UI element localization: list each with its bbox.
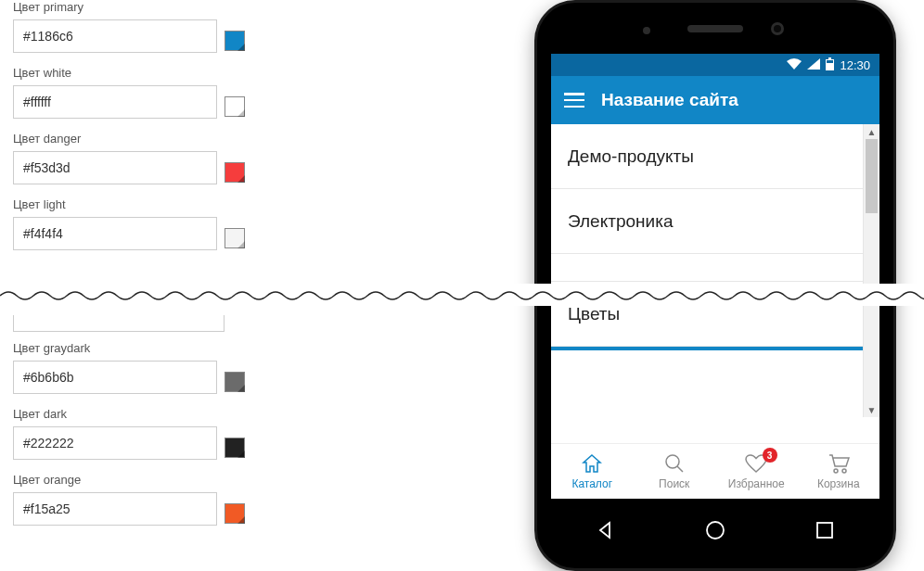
app-title: Название сайта	[601, 90, 738, 110]
color-swatch-primary[interactable]	[225, 31, 245, 51]
color-swatch-orange[interactable]	[225, 503, 245, 524]
android-statusbar: 12:30	[551, 54, 879, 76]
loading-bar	[551, 347, 879, 350]
tab-label: Корзина	[817, 477, 860, 490]
color-input-white[interactable]	[13, 85, 217, 119]
color-swatch-dark[interactable]	[225, 438, 245, 458]
tab-label: Избранное	[728, 477, 785, 490]
color-swatch-light[interactable]	[225, 228, 245, 248]
nav-back-icon[interactable]	[578, 512, 634, 549]
svg-point-7	[707, 522, 724, 539]
color-settings-panel-bottom: Цвет graydark Цвет dark Цвет orange	[13, 315, 301, 539]
phone-camera	[771, 22, 784, 35]
svg-point-3	[666, 455, 679, 468]
catalog-item[interactable]: Электроника	[551, 189, 879, 254]
color-field-orange: Цвет orange	[13, 473, 301, 526]
svg-rect-8	[817, 523, 832, 538]
phone-earpiece	[687, 25, 743, 32]
svg-point-5	[834, 469, 838, 473]
bottom-tabbar: Каталог Поиск 3 Избранное Корзина	[551, 443, 879, 499]
color-field-dark: Цвет dark	[13, 407, 301, 460]
hamburger-icon[interactable]	[564, 93, 584, 108]
color-input-danger[interactable]	[13, 151, 217, 184]
tab-search[interactable]: Поиск	[634, 444, 716, 499]
tab-label: Поиск	[659, 477, 689, 490]
color-swatch-danger[interactable]	[225, 162, 245, 183]
scrollbar[interactable]: ▲ ▼	[863, 124, 879, 417]
tab-catalog[interactable]: Каталог	[551, 444, 634, 499]
svg-rect-1	[828, 57, 831, 59]
color-label: Цвет graydark	[13, 341, 301, 355]
tab-cart[interactable]: Корзина	[798, 444, 880, 499]
color-label: Цвет white	[13, 66, 301, 80]
color-field-primary: Цвет primary	[13, 0, 301, 53]
color-field-graydark: Цвет graydark	[13, 341, 301, 394]
tab-favorites[interactable]: 3 Избранное	[715, 444, 798, 499]
home-icon	[582, 453, 602, 474]
color-label: Цвет danger	[13, 132, 301, 146]
color-label: Цвет orange	[13, 473, 301, 487]
catalog-gap	[551, 254, 879, 282]
color-label: Цвет primary	[13, 0, 301, 14]
wavy-cut-line	[0, 289, 924, 302]
signal-icon	[807, 58, 820, 72]
battery-icon	[826, 57, 834, 73]
scroll-down-icon[interactable]: ▼	[864, 402, 879, 417]
svg-rect-2	[827, 60, 833, 63]
search-icon	[664, 453, 685, 474]
color-label: Цвет dark	[13, 407, 301, 421]
color-input-primary[interactable]	[13, 19, 217, 53]
svg-point-6	[842, 469, 846, 473]
favorites-badge: 3	[763, 448, 777, 463]
color-label: Цвет light	[13, 197, 301, 211]
phone-screen: 12:30 Название сайта Демо-продукты Элект…	[551, 54, 879, 499]
wifi-icon	[787, 58, 802, 72]
nav-home-icon[interactable]	[687, 512, 743, 549]
color-field-white: Цвет white	[13, 66, 301, 119]
color-swatch-graydark[interactable]	[225, 372, 245, 392]
svg-line-4	[677, 466, 683, 472]
color-field-danger: Цвет danger	[13, 132, 301, 184]
cart-icon	[828, 453, 850, 474]
color-input-light[interactable]	[13, 217, 217, 250]
color-field-light: Цвет light	[13, 197, 301, 250]
nav-recent-icon[interactable]	[797, 512, 853, 549]
color-swatch-white[interactable]	[225, 96, 245, 117]
app-header: Название сайта	[551, 76, 879, 124]
catalog-list: Демо-продукты Электроника Цветы ▲ ▼	[551, 124, 879, 417]
tab-label: Каталог	[571, 477, 612, 490]
android-navbar	[551, 508, 879, 552]
truncated-field-stub	[13, 315, 225, 332]
catalog-item[interactable]: Демо-продукты	[551, 124, 879, 189]
color-input-dark[interactable]	[13, 426, 217, 460]
color-input-orange[interactable]	[13, 492, 217, 526]
scroll-up-icon[interactable]: ▲	[864, 124, 879, 139]
statusbar-time: 12:30	[840, 58, 870, 72]
color-settings-panel-top: Цвет primary Цвет white Цвет danger Цвет…	[13, 0, 301, 263]
scroll-thumb[interactable]	[866, 139, 878, 213]
color-input-graydark[interactable]	[13, 361, 217, 394]
phone-sensor	[643, 27, 650, 34]
